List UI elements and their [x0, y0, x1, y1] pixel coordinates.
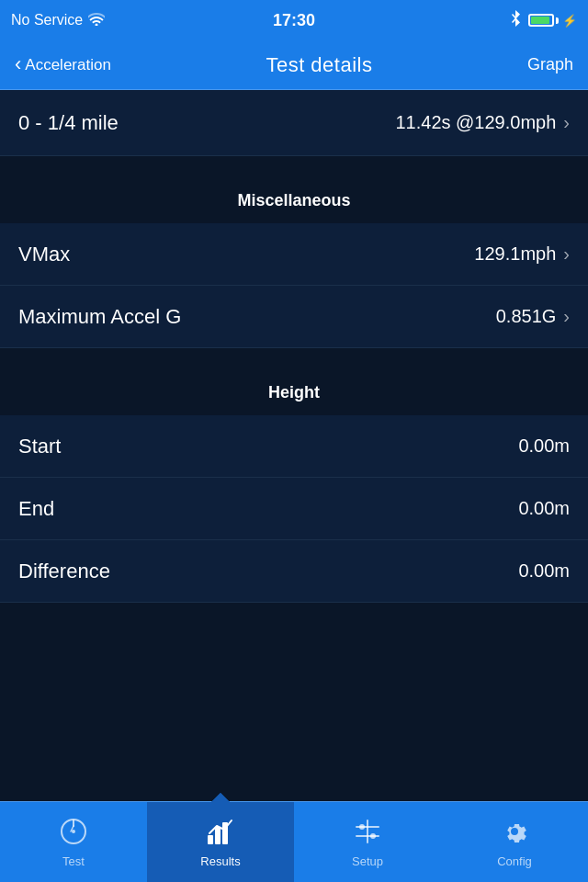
svg-rect-4: [208, 835, 213, 844]
start-value: 0.00m: [518, 435, 570, 457]
misc-section-header: Miscellaneous: [0, 173, 588, 223]
tab-setup[interactable]: Setup: [294, 802, 441, 882]
difference-label: Difference: [18, 560, 110, 583]
svg-rect-5: [215, 828, 220, 844]
tab-test[interactable]: Test: [0, 802, 147, 882]
misc-section-gap: [0, 156, 588, 173]
status-time: 17:30: [273, 11, 315, 30]
page-title: Test details: [111, 53, 527, 77]
tab-results[interactable]: Results: [147, 802, 294, 882]
quarter-mile-label: 0 - 1/4 mile: [18, 111, 119, 135]
difference-value: 0.00m: [518, 560, 570, 582]
setup-icon: [353, 817, 382, 851]
max-accel-label: Maximum Accel G: [18, 305, 181, 329]
max-accel-value: 0.851G ›: [496, 306, 570, 327]
difference-row: Difference 0.00m: [0, 540, 588, 603]
active-tab-indicator: [211, 793, 230, 802]
back-chevron-icon: ‹: [15, 54, 21, 74]
svg-point-11: [370, 833, 376, 839]
back-button[interactable]: ‹ Acceleration: [15, 56, 111, 74]
quarter-mile-chevron-icon: ›: [563, 112, 570, 133]
test-tab-label: Test: [62, 854, 85, 868]
status-left: No Service: [11, 12, 105, 28]
config-icon: [500, 817, 529, 851]
battery-indicator: ⚡: [528, 14, 577, 28]
graph-button[interactable]: Graph: [527, 55, 573, 74]
start-row: Start 0.00m: [0, 415, 588, 478]
status-bar: No Service 17:30 ⚡: [0, 0, 588, 40]
results-icon: [206, 817, 235, 851]
start-label: Start: [18, 435, 61, 458]
vmax-label: VMax: [18, 243, 70, 266]
back-label: Acceleration: [25, 56, 111, 74]
end-row: End 0.00m: [0, 478, 588, 540]
setup-tab-label: Setup: [352, 854, 383, 868]
carrier-text: No Service: [11, 12, 83, 28]
nav-bar: ‹ Acceleration Test details Graph: [0, 40, 588, 90]
svg-point-12: [512, 829, 517, 834]
tab-config[interactable]: Config: [441, 802, 588, 882]
main-content: 0 - 1/4 mile 11.42s @129.0mph › Miscella…: [0, 90, 588, 801]
height-section-header: Height: [0, 365, 588, 415]
end-label: End: [18, 497, 54, 521]
end-value: 0.00m: [518, 498, 570, 519]
bluetooth-icon: [510, 10, 521, 30]
tab-bar: Test Results Setup: [0, 801, 588, 882]
vmax-row[interactable]: VMax 129.1mph ›: [0, 223, 588, 286]
results-tab-label: Results: [200, 854, 240, 868]
quarter-mile-row[interactable]: 0 - 1/4 mile 11.42s @129.0mph ›: [0, 90, 588, 156]
status-right: ⚡: [510, 10, 577, 30]
svg-point-1: [72, 830, 75, 833]
svg-point-10: [359, 824, 365, 830]
config-tab-label: Config: [497, 854, 532, 868]
test-icon: [59, 817, 88, 851]
vmax-chevron-icon: ›: [563, 243, 570, 265]
quarter-mile-value: 11.42s @129.0mph ›: [395, 112, 570, 133]
max-accel-row[interactable]: Maximum Accel G 0.851G ›: [0, 286, 588, 348]
max-accel-chevron-icon: ›: [563, 306, 570, 327]
wifi-icon: [88, 13, 105, 28]
vmax-value: 129.1mph ›: [474, 243, 570, 265]
height-section-gap: [0, 348, 588, 365]
